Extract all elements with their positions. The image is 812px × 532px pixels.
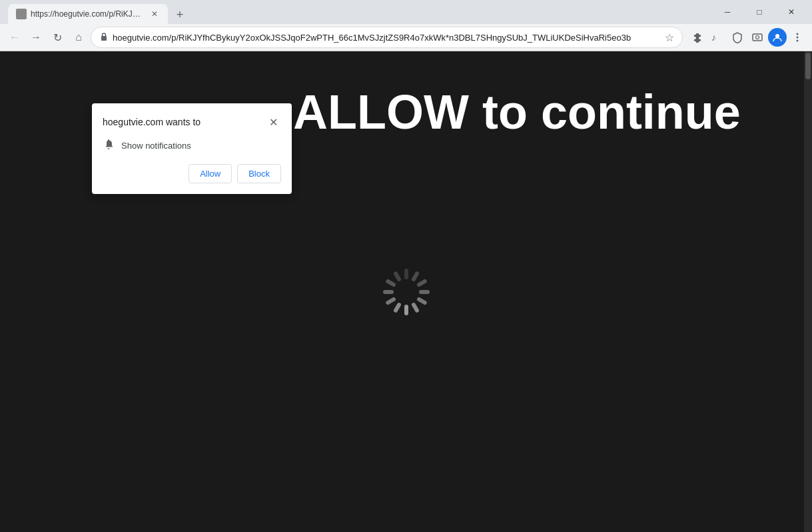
forward-button[interactable]: → <box>27 28 45 47</box>
maximize-button[interactable]: □ <box>744 0 775 24</box>
svg-line-16 <box>396 305 399 311</box>
permission-text: Show notifications <box>121 141 191 151</box>
close-button[interactable]: ✕ <box>776 0 807 24</box>
profile-button[interactable] <box>768 28 787 47</box>
svg-point-6 <box>797 33 799 35</box>
svg-line-10 <box>414 273 417 279</box>
tab-favicon <box>16 9 27 19</box>
address-bar[interactable]: hoegutvie.com/p/RiKJYfhCBykuyY2oxOkJSSJq… <box>91 27 683 48</box>
scrollbar[interactable] <box>804 51 812 532</box>
popup-permission: Show notifications <box>103 138 281 153</box>
svg-line-19 <box>388 281 394 285</box>
minimize-button[interactable]: ─ <box>712 0 743 24</box>
svg-point-0 <box>17 10 25 18</box>
screenshot-button[interactable] <box>748 28 767 47</box>
address-text: hoegutvie.com/p/RiKJYfhCBykuyY2oxOkJSSJq… <box>113 33 661 43</box>
extensions-button[interactable] <box>688 28 707 47</box>
allow-text: ALLOW <box>293 85 469 139</box>
loading-spinner <box>380 265 433 319</box>
reload-button[interactable]: ↻ <box>48 28 67 47</box>
popup-buttons: Allow Block <box>103 164 281 183</box>
allow-button[interactable]: Allow <box>189 164 232 183</box>
svg-point-4 <box>756 36 759 39</box>
bell-icon <box>103 138 115 153</box>
tab-title: https://hoegutvie.com/p/RiKJYfi... <box>31 9 145 19</box>
svg-text:♪: ♪ <box>711 32 716 43</box>
lock-icon <box>99 32 109 43</box>
popup-title: hoegutvie.com wants to <box>103 117 201 127</box>
block-button[interactable]: Block <box>237 164 281 183</box>
window-controls: ─ □ ✕ <box>712 0 807 24</box>
svg-line-17 <box>388 299 394 303</box>
svg-point-5 <box>775 34 779 38</box>
svg-line-11 <box>419 281 425 285</box>
svg-line-14 <box>414 305 417 311</box>
music-button[interactable]: ♪ <box>708 28 727 47</box>
svg-rect-1 <box>101 36 107 41</box>
home-button[interactable]: ⌂ <box>69 28 88 47</box>
svg-line-13 <box>419 299 425 303</box>
bookmark-icon[interactable]: ☆ <box>665 31 674 44</box>
page-content: ALLOW to continue <box>0 51 812 532</box>
browser-chrome: https://hoegutvie.com/p/RiKJYfi... ✕ + ─… <box>0 0 812 51</box>
popup-header: hoegutvie.com wants to ✕ <box>103 114 281 130</box>
popup-close-button[interactable]: ✕ <box>265 114 281 130</box>
tab-close-button[interactable]: ✕ <box>149 9 160 19</box>
svg-point-8 <box>797 40 799 42</box>
toolbar: ← → ↻ ⌂ hoegutvie.com/p/RiKJYfhCBykuyY2o… <box>0 24 812 51</box>
title-bar: https://hoegutvie.com/p/RiKJYfi... ✕ + ─… <box>0 0 812 24</box>
active-tab[interactable]: https://hoegutvie.com/p/RiKJYfi... ✕ <box>8 4 168 24</box>
back-button[interactable]: ← <box>5 28 24 47</box>
scrollbar-thumb[interactable] <box>805 53 811 79</box>
page-headline: ALLOW to continue <box>293 85 741 139</box>
menu-button[interactable] <box>788 28 807 47</box>
svg-rect-3 <box>753 34 762 41</box>
continue-text: to continue <box>469 85 741 139</box>
tab-bar: https://hoegutvie.com/p/RiKJYfi... ✕ + <box>5 0 712 24</box>
new-tab-button[interactable]: + <box>171 5 189 24</box>
shield-button[interactable] <box>728 28 747 47</box>
svg-point-7 <box>797 37 799 39</box>
toolbar-icons: ♪ <box>688 28 807 47</box>
notification-popup: hoegutvie.com wants to ✕ Show notificati… <box>92 103 292 194</box>
svg-line-20 <box>396 273 399 279</box>
